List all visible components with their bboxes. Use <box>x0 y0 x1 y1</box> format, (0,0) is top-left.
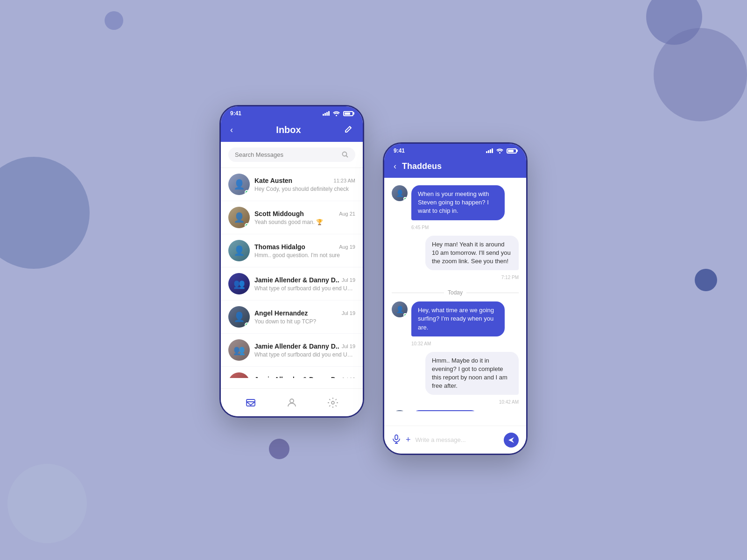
message-time: Aug 19 <box>339 244 355 250</box>
search-input[interactable] <box>235 151 338 158</box>
avatar: 👤 <box>228 306 250 328</box>
inbox-title: Inbox <box>276 125 301 135</box>
deco-circle-7 <box>695 269 717 291</box>
online-indicator <box>245 223 249 228</box>
search-bar[interactable] <box>228 147 355 162</box>
online-indicator <box>245 190 249 195</box>
deco-circle-4 <box>0 157 90 269</box>
chat-avatar: 👤 <box>392 185 408 201</box>
avatar: 👥 <box>228 339 250 361</box>
sender-name: Thomas Hidalgo <box>254 243 305 251</box>
messages-list: 👤 Kate Austen 11:23 AM Hey Cody, you sho… <box>221 168 363 378</box>
divider-label: Today <box>448 289 463 296</box>
message-content: Angel Hernandez Jul 19 You down to hit u… <box>254 309 355 325</box>
sender-name: Angel Hernandez <box>254 309 308 317</box>
status-bar-left: 9:41 <box>221 106 363 119</box>
avatar: 👥 <box>228 273 250 294</box>
chat-body: 👤 When is your meeting with Steven going… <box>384 178 526 411</box>
chat-header: ‹ Thaddeus <box>384 157 526 178</box>
message-time: Jul 19 <box>342 277 355 283</box>
message-content: Jamie Allender & Danny D.. Jul 19 What t… <box>254 276 355 292</box>
phones-container: 9:41 ‹ Inbox <box>219 105 528 455</box>
add-button[interactable]: + <box>406 435 411 445</box>
message-content: Jamie Allender & Danny D.. Jul 19 What t… <box>254 376 355 378</box>
list-item[interactable]: 👥 Jamie Allender & Danny D.. Jul 19 What… <box>221 367 363 378</box>
list-item[interactable]: 👤 Kate Austen 11:23 AM Hey Cody, you sho… <box>221 168 363 201</box>
message-time: 11:23 AM <box>334 178 355 183</box>
avatar: 👥 <box>228 372 250 378</box>
online-indicator <box>403 197 407 201</box>
message-timestamp: 10:42 AM <box>392 399 519 405</box>
message-row: 👤 When is your meeting with Steven going… <box>392 185 519 220</box>
list-item[interactable]: 👥 Jamie Allender & Danny D.. Jul 19 What… <box>221 334 363 367</box>
deco-circle-1 <box>105 11 123 30</box>
sender-name: Scott Middough <box>254 210 304 217</box>
message-preview: Hmm.. good question. I'm not sure <box>254 252 355 259</box>
bottom-nav <box>221 388 363 416</box>
sender-name: Jamie Allender & Danny D.. <box>254 276 339 284</box>
status-icons-right <box>486 148 517 154</box>
battery-icon <box>343 111 353 116</box>
inbox-header: ‹ Inbox <box>221 119 363 142</box>
signal-icon <box>486 148 493 153</box>
back-button[interactable]: ‹ <box>230 125 233 135</box>
status-icons-left <box>323 111 353 116</box>
svg-point-3 <box>290 399 294 403</box>
message-preview: Hey Cody, you should definitely check <box>254 186 355 192</box>
message-bubble: Sounds great to me. <box>411 410 479 411</box>
chat-phone: 9:41 ‹ Thaddeus <box>383 142 528 455</box>
message-timestamp: 6:45 PM <box>411 225 519 230</box>
chat-contact-name: Thaddeus <box>402 161 442 171</box>
sender-name: Kate Austen <box>254 177 292 184</box>
message-row: Hey man! Yeah it is around 10 am tomorro… <box>392 236 519 271</box>
message-row: 👤 Hey, what time are we going surfing? I… <box>392 301 519 336</box>
message-timestamp: 7:12 PM <box>392 275 519 280</box>
message-content: Kate Austen 11:23 AM Hey Cody, you shoul… <box>254 177 355 192</box>
message-bubble: Hey man! Yeah it is around 10 am tomorro… <box>425 236 519 271</box>
message-row: Hmm.. Maybe do it in evening? I got to c… <box>392 352 519 395</box>
message-row: 👤 Sounds great to me. <box>392 410 519 411</box>
message-input[interactable]: Write a message... <box>416 436 499 443</box>
date-divider: Today <box>392 289 519 296</box>
nav-profile-button[interactable] <box>286 397 298 409</box>
message-preview: You down to hit up TCP? <box>254 318 355 325</box>
wifi-icon <box>496 148 503 154</box>
sender-name: Jamie Allender & Danny D.. <box>254 343 339 350</box>
message-preview: What type of surfboard did you end Up bu… <box>254 351 355 358</box>
sender-name: Jamie Allender & Danny D.. <box>254 376 339 378</box>
nav-inbox-button[interactable] <box>245 397 257 409</box>
list-item[interactable]: 👥 Jamie Allender & Danny D.. Jul 19 What… <box>221 267 363 301</box>
message-timestamp: 10:32 AM <box>411 341 519 346</box>
list-item[interactable]: 👤 Scott Middough Aug 21 Yeah sounds good… <box>221 201 363 234</box>
avatar: 👤 <box>228 207 250 228</box>
signal-icon <box>323 111 330 116</box>
status-bar-right: 9:41 <box>384 144 526 157</box>
online-indicator <box>245 322 249 327</box>
chat-back-button[interactable]: ‹ <box>394 161 396 171</box>
message-time: Aug 21 <box>339 211 355 217</box>
svg-point-1 <box>343 152 347 156</box>
message-content: Jamie Allender & Danny D.. Jul 19 What t… <box>254 343 355 358</box>
inbox-phone: 9:41 ‹ Inbox <box>219 105 364 418</box>
nav-settings-button[interactable] <box>327 397 339 409</box>
message-bubble: Hmm.. Maybe do it in evening? I got to c… <box>425 352 519 395</box>
deco-circle-2 <box>646 0 702 45</box>
mic-button[interactable] <box>392 434 401 446</box>
message-time: Jul 19 <box>342 343 355 349</box>
deco-circle-5 <box>7 464 87 543</box>
online-indicator <box>403 313 407 317</box>
send-button[interactable] <box>504 433 519 448</box>
list-item[interactable]: 👤 Thomas Hidalgo Aug 19 Hmm.. good quest… <box>221 234 363 267</box>
search-container <box>221 142 363 168</box>
avatar: 👤 <box>228 174 250 195</box>
message-bubble: Hey, what time are we going surfing? I'm… <box>411 301 505 336</box>
search-icon <box>342 151 349 158</box>
compose-button[interactable] <box>344 124 353 135</box>
wifi-icon <box>333 111 340 116</box>
list-item[interactable]: 👤 Angel Hernandez Jul 19 You down to hit… <box>221 301 363 334</box>
time-left: 9:41 <box>230 110 241 117</box>
message-placeholder: Write a message... <box>416 436 466 443</box>
message-content: Scott Middough Aug 21 Yeah sounds good m… <box>254 210 355 225</box>
message-content: Thomas Hidalgo Aug 19 Hmm.. good questio… <box>254 243 355 259</box>
svg-point-0 <box>336 115 337 116</box>
